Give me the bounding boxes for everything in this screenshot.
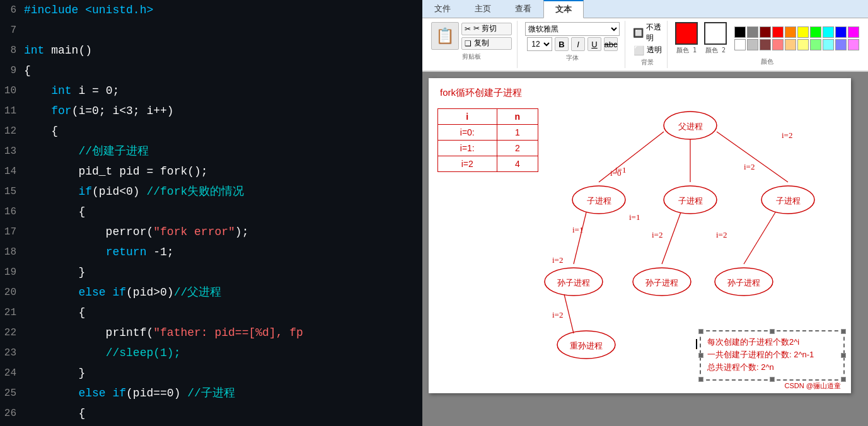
svg-text:i=1: i=1 (629, 212, 640, 222)
color-swatch[interactable] (823, 39, 834, 50)
resize-handle-mr[interactable] (841, 353, 846, 358)
svg-text:i=2: i=2 (782, 130, 792, 140)
code-line: 8int main() (0, 40, 422, 60)
code-line: 17 perror("fork error"); (0, 222, 422, 242)
line-number: 22 (0, 323, 24, 343)
diagram-title: fork循环创建子进程 (440, 87, 522, 99)
svg-line-5 (599, 132, 664, 182)
line-content: for(i=0; i<3; i++) (24, 101, 422, 121)
cell-n0: 1 (497, 125, 538, 141)
paste-button[interactable]: 📋 (431, 22, 459, 50)
color-swatch[interactable] (797, 26, 809, 38)
line-number: 8 (0, 40, 24, 60)
color-swatch[interactable] (810, 26, 821, 38)
color-swatch[interactable] (810, 39, 821, 50)
line-content: { (24, 121, 422, 141)
cell-n2: 4 (497, 156, 538, 172)
color-swatch[interactable] (747, 26, 758, 38)
resize-handle-br[interactable] (841, 377, 846, 382)
resize-handle-bm[interactable] (770, 377, 775, 382)
background-label: 背景 (641, 58, 654, 67)
line-number: 18 (0, 242, 24, 262)
color-swatch[interactable] (772, 26, 784, 38)
line-content: return -1; (24, 242, 422, 262)
underline-button[interactable]: U (587, 37, 601, 51)
color-swatch[interactable] (747, 39, 758, 50)
svg-text:i=2: i=2 (744, 162, 755, 171)
color-swatch[interactable] (785, 26, 796, 38)
svg-line-19 (574, 212, 586, 264)
ribbon-tab-查看[interactable]: 查看 (503, 0, 543, 18)
code-line: 20 else if(pid>0)//父进程 (0, 282, 422, 302)
transparent-option[interactable]: ⬜ 透明 (634, 45, 662, 55)
info-box: 每次创建的子进程个数2^i 一共创建子进程的个数: 2^n-1 总共进程个数: … (700, 330, 845, 381)
clipboard-label: 剪贴板 (462, 52, 481, 61)
color-swatch[interactable] (848, 39, 859, 50)
color-swatch[interactable] (772, 39, 784, 50)
background-section: 🔲 不透明 ⬜ 透明 背景 (628, 21, 668, 68)
italic-button[interactable]: I (571, 37, 585, 51)
table-row: i=1: 2 (438, 141, 538, 156)
ribbon-tab-文本[interactable]: 文本 (543, 0, 584, 18)
svg-text:i=2: i=2 (716, 230, 727, 239)
color-swatch[interactable] (734, 39, 746, 50)
line-number: 15 (0, 181, 24, 202)
transparent-label: 透明 (647, 45, 662, 55)
line-number: 6 (0, 0, 24, 20)
swatches-grid (734, 26, 859, 50)
strikethrough-button[interactable]: abc (604, 37, 618, 51)
line-content: else if(pid==0) //子进程 (24, 383, 422, 403)
code-line: 22 printf("father: pid==[%d], fp (0, 323, 422, 343)
ribbon-tab-主页[interactable]: 主页 (463, 0, 503, 18)
font-size-select[interactable]: 12 14 16 18 (527, 37, 552, 51)
line-content: printf("father: pid==[%d], fp (24, 323, 422, 343)
ribbon-tab-文件[interactable]: 文件 (422, 0, 463, 18)
color-swatch[interactable] (760, 26, 771, 38)
cell-i1: i=1: (438, 141, 497, 156)
code-line: 12 { (0, 121, 422, 141)
svg-line-20 (662, 212, 681, 264)
resize-handle-ml[interactable] (698, 353, 703, 358)
color-swatch[interactable] (823, 26, 834, 38)
color-swatch[interactable] (835, 26, 847, 38)
table-row: i=2 4 (438, 156, 538, 172)
color-swatch[interactable] (797, 39, 809, 50)
svg-text:孙子进程: 孙子进程 (645, 278, 678, 287)
code-line: 7 (0, 20, 422, 40)
resize-handle-tl[interactable] (698, 329, 703, 334)
cut-button[interactable]: ✂ ✂ 剪切 (461, 23, 512, 35)
color-swatch[interactable] (848, 26, 859, 38)
watermark: CSDN @骊山道童 (785, 381, 841, 391)
colors-label: 颜色 (761, 57, 773, 66)
opaque-option[interactable]: 🔲 不透明 (633, 22, 662, 43)
bold-button[interactable]: B (555, 37, 569, 51)
font-face-select[interactable]: 微软雅黑 宋体 Arial (525, 22, 620, 36)
color-swatch[interactable] (734, 26, 746, 38)
color-swatch[interactable] (760, 39, 771, 50)
color-swatch[interactable] (835, 39, 847, 50)
line-number: 14 (0, 161, 24, 181)
line-number: 23 (0, 343, 24, 363)
code-line: 18 return -1; (0, 242, 422, 262)
resize-handle-tr[interactable] (841, 329, 846, 334)
svg-text:子进程: 子进程 (587, 196, 611, 205)
line-number: 9 (0, 60, 24, 81)
copy-icon: ❑ (465, 39, 472, 48)
resize-handle-tm[interactable] (770, 329, 775, 334)
table-header-i: i (438, 109, 497, 125)
copy-button[interactable]: ❑ 复制 (461, 37, 512, 50)
code-line: 10 int i = 0; (0, 81, 422, 101)
line-content: { (24, 202, 422, 222)
ribbon-body: 📋 ✂ ✂ 剪切 ❑ 复制 剪贴板 (422, 18, 868, 71)
color2-swatch[interactable] (704, 22, 727, 45)
canvas-area[interactable]: fork循环创建子进程 i n i=0: 1 i=1: 2 i=2 4 (422, 72, 868, 426)
line-number: 7 (0, 20, 24, 40)
tree-diagram: i=0 i=1 i=2 父进程 i=1 i=2 子进程 (536, 97, 845, 362)
colors-row: 颜色 1 颜色 2 (675, 22, 859, 55)
line-number: 13 (0, 141, 24, 161)
cut-label: ✂ 剪切 (473, 23, 497, 34)
resize-handle-bl[interactable] (698, 377, 703, 382)
color1-swatch[interactable] (675, 22, 698, 45)
svg-text:子进程: 子进程 (776, 196, 801, 205)
color-swatch[interactable] (785, 39, 796, 50)
